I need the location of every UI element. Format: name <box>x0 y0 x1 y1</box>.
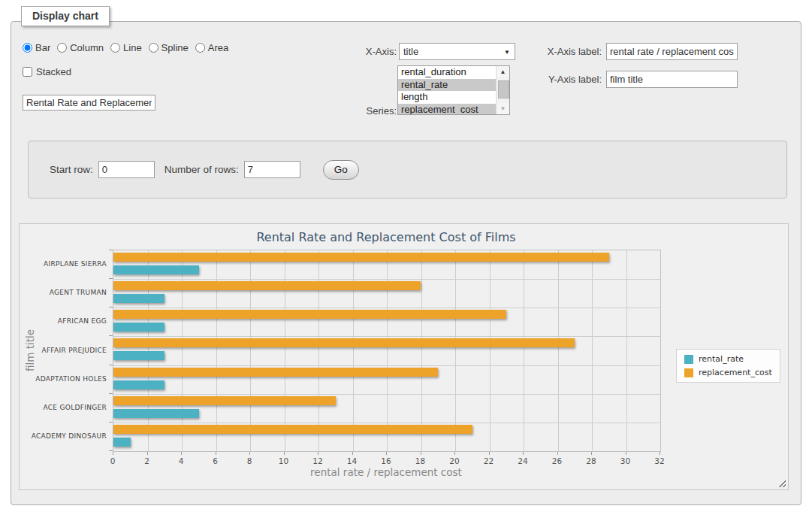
x-axis-tick-label: 10 <box>279 456 288 465</box>
x-axis-tick-label: 32 <box>654 456 664 465</box>
gridline <box>592 250 593 451</box>
chart-title-input[interactable] <box>23 95 155 111</box>
gridline <box>113 279 660 280</box>
gridline <box>558 250 559 451</box>
chart-type-label: Bar <box>35 42 50 53</box>
series-option-replacement_cost[interactable]: replacement_cost <box>398 104 497 116</box>
x-axis-title: rental rate / replacement cost <box>113 466 660 478</box>
gridline <box>182 250 183 451</box>
gridline <box>113 365 660 366</box>
chart-type-option-bar: Bar <box>23 42 50 53</box>
gridline <box>318 250 319 451</box>
scrollbar-thumb[interactable] <box>498 80 509 98</box>
series-scrollbar[interactable]: ▲ ▼ <box>496 66 509 114</box>
chart-type-label: Line <box>123 42 142 53</box>
chevron-down-icon: ▼ <box>504 49 510 56</box>
gridline <box>421 250 422 451</box>
x-axis-tick <box>660 452 660 455</box>
x-axis-tick-label: 28 <box>586 456 596 465</box>
x-axis-tick <box>318 452 318 455</box>
xaxis-caption: X-Axis: <box>342 46 397 57</box>
category-label: ADAPTATION HOLES <box>20 375 107 383</box>
rental_rate-bar <box>113 438 131 447</box>
chart-type-option-column: Column <box>57 42 104 53</box>
chart-title: Rental Rate and Replacement Cost of Film… <box>113 230 660 244</box>
resize-handle-icon[interactable] <box>777 478 786 487</box>
x-axis-tick-label: 0 <box>110 456 116 465</box>
series-multiselect[interactable]: rental_durationrental_ratelengthreplacem… <box>397 65 510 115</box>
rental_rate-bar <box>113 294 165 303</box>
y-axis-tick <box>109 278 113 279</box>
xaxis-select[interactable]: title ▼ <box>399 43 515 60</box>
y-axis-tick <box>109 335 113 336</box>
replacement_cost-bar <box>113 253 609 262</box>
xaxis-label-caption: X-Axis label: <box>537 46 602 57</box>
legend-item-rental_rate[interactable]: rental_rate <box>684 354 772 364</box>
plot-area <box>113 250 661 452</box>
x-axis-tick-label: 22 <box>484 456 494 465</box>
series-options: rental_durationrental_ratelengthreplacem… <box>398 66 509 115</box>
y-axis-tick <box>109 365 113 365</box>
replacement_cost-bar <box>113 425 472 434</box>
gridline <box>490 250 491 451</box>
x-axis-tick-label: 6 <box>213 456 218 465</box>
num-rows-input[interactable] <box>244 161 300 178</box>
panel-title: Display chart <box>21 6 110 26</box>
x-axis-tick <box>591 452 592 455</box>
y-axis-tick <box>109 250 113 250</box>
stacked-checkbox[interactable] <box>23 67 32 77</box>
series-option-rental_rate[interactable]: rental_rate <box>398 79 497 92</box>
go-button[interactable]: Go <box>323 160 359 180</box>
gridline <box>285 250 285 451</box>
gridline <box>113 308 660 308</box>
chart-type-option-area: Area <box>195 42 228 53</box>
chart-type-radio-spline[interactable] <box>149 43 158 53</box>
legend-label: replacement_cost <box>699 368 772 377</box>
gridline <box>113 394 660 395</box>
row-range-panel: Start row: Number of rows: Go <box>28 141 787 198</box>
series-option-length[interactable]: length <box>398 91 497 104</box>
chart-type-radio-line[interactable] <box>110 43 120 53</box>
chart-legend: rental_ratereplacement_cost <box>676 349 780 383</box>
x-axis-tick <box>386 452 387 455</box>
xaxis-label-input[interactable] <box>606 43 738 60</box>
chart-type-radio-column[interactable] <box>57 43 67 53</box>
gridline <box>113 336 660 337</box>
num-rows-label: Number of rows: <box>165 164 239 175</box>
category-label: ACADEMY DINOSAUR <box>20 432 107 440</box>
x-axis-tick-label: 16 <box>381 456 391 465</box>
legend-item-replacement_cost[interactable]: replacement_cost <box>684 368 772 377</box>
x-axis-tick-label: 20 <box>449 456 459 465</box>
scroll-down-icon[interactable]: ▼ <box>497 103 509 114</box>
x-axis-tick <box>113 452 113 455</box>
rental_rate-bar <box>113 409 199 418</box>
x-axis-tick <box>523 452 524 455</box>
chart-container: Rental Rate and Replacement Cost of Film… <box>19 223 789 490</box>
series-option-rental_duration[interactable]: rental_duration <box>398 66 497 79</box>
category-label: AIRPLANE SIERRA <box>20 260 107 268</box>
yaxis-label-caption: Y-Axis label: <box>537 74 602 85</box>
gridline <box>524 250 524 451</box>
gridline <box>387 250 388 451</box>
replacement_cost-bar <box>113 310 506 319</box>
chart-type-radio-bar[interactable] <box>23 43 32 53</box>
chart-type-option-spline: Spline <box>149 42 189 53</box>
rental_rate-bar <box>113 265 199 274</box>
scroll-up-icon[interactable]: ▲ <box>497 66 509 77</box>
x-axis-tick <box>181 452 182 455</box>
x-axis-tick <box>489 452 490 455</box>
x-axis-tick <box>249 452 250 455</box>
chart-type-label: Column <box>70 42 104 53</box>
chart-type-radio-area[interactable] <box>195 43 205 53</box>
yaxis-label-input[interactable] <box>606 71 738 88</box>
category-label: AGENT TRUMAN <box>20 289 107 296</box>
start-row-input[interactable] <box>98 161 155 178</box>
display-chart-panel: Display chart BarColumnLineSplineArea St… <box>11 21 801 505</box>
replacement_cost-bar <box>113 368 438 377</box>
chart-type-label: Spline <box>161 42 189 53</box>
replacement_cost-bar <box>113 338 575 347</box>
rental_rate-bar <box>113 351 165 360</box>
x-axis-tick-label: 8 <box>247 456 252 465</box>
stacked-label: Stacked <box>36 66 71 77</box>
x-axis-tick-label: 18 <box>415 456 425 465</box>
